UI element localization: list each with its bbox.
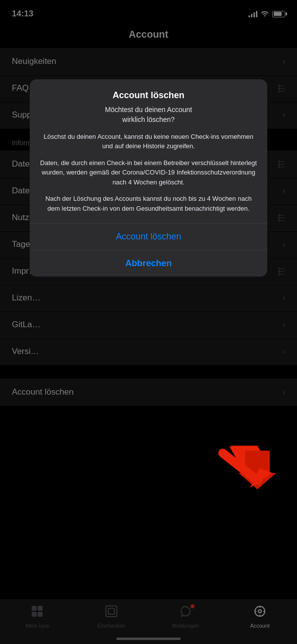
modal-content: Account löschen Möchtest du deinen Accou… [30,79,267,213]
red-arrow-indicator [218,446,277,490]
cancel-button[interactable]: Abbrechen [30,250,267,277]
modal-actions: Account löschen Abbrechen [30,223,267,277]
delete-modal: Account löschen Möchtest du deinen Accou… [30,79,267,277]
confirm-delete-button[interactable]: Account löschen [30,224,267,250]
modal-body-1: Löschst du deinen Account, kannst du kei… [40,132,257,151]
modal-subtitle: Möchtest du deinen Account wirklich lösc… [40,105,257,125]
modal-body-3: Nach der Löschung des Accounts kannst du… [40,194,257,213]
modal-body-2: Daten, die durch einen Check-in bei eine… [40,158,257,187]
modal-title: Account löschen [40,90,257,101]
